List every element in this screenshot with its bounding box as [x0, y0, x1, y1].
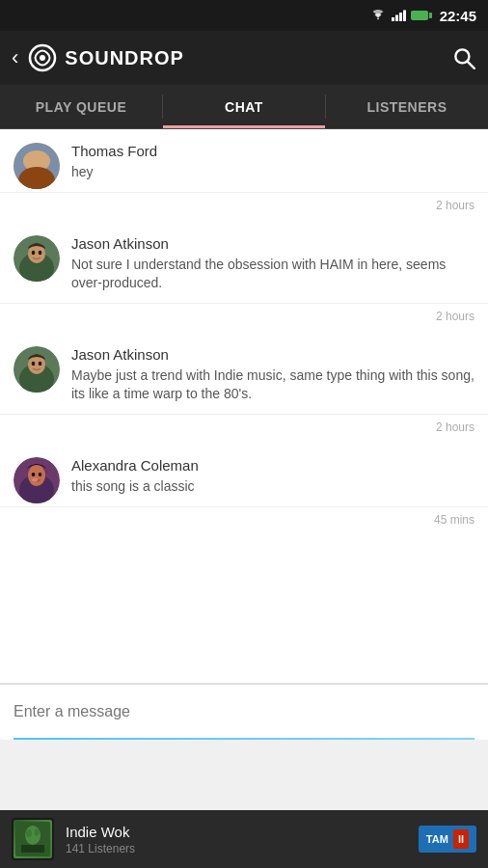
message-sender: Thomas Ford	[71, 143, 474, 159]
svg-rect-33	[21, 845, 44, 853]
tam-badge-container: TAM II	[419, 826, 476, 853]
message-text: Not sure I understand the obsession with…	[71, 256, 474, 293]
tabs-bar: PLAY QUEUE CHAT LISTENERS	[0, 85, 488, 129]
svg-point-28	[32, 477, 38, 481]
svg-point-21	[32, 362, 36, 366]
message-content: Alexandra Coleman this song is a classic	[71, 457, 474, 506]
svg-line-7	[468, 62, 474, 68]
signal-icon	[391, 10, 406, 21]
thumb-art	[14, 820, 52, 858]
message-content: Thomas Ford hey	[71, 143, 474, 192]
list-item: Jason Atkinson Maybe just a trend with I…	[0, 333, 488, 415]
status-bar: 22:45	[0, 0, 488, 31]
svg-rect-1	[395, 15, 398, 22]
status-icons	[370, 10, 428, 21]
tab-play-queue[interactable]: PLAY QUEUE	[0, 85, 162, 128]
svg-point-16	[32, 250, 36, 254]
svg-point-8	[14, 143, 60, 189]
svg-point-26	[32, 473, 36, 476]
svg-rect-0	[392, 17, 394, 21]
message-sender: Jason Atkinson	[71, 346, 474, 363]
wifi-icon	[370, 10, 386, 21]
message-time: 2 hours	[0, 304, 488, 333]
app-header: ‹ SOUNDROP	[0, 31, 488, 85]
svg-rect-3	[403, 11, 406, 22]
message-text: this song is a classic	[71, 477, 474, 497]
message-content: Jason Atkinson Maybe just a trend with I…	[71, 346, 474, 414]
input-container	[0, 683, 488, 740]
avatar	[14, 346, 60, 393]
message-content: Jason Atkinson Not sure I understand the…	[71, 235, 474, 303]
svg-point-10	[21, 168, 52, 189]
soundrop-logo	[28, 43, 57, 72]
tab-chat[interactable]: CHAT	[163, 85, 325, 128]
svg-point-17	[39, 250, 42, 254]
message-sender: Jason Atkinson	[71, 235, 474, 252]
message-time: 2 hours	[0, 415, 488, 444]
message-text: hey	[71, 163, 474, 182]
avatar	[14, 457, 60, 503]
message-time: 45 mins	[0, 507, 488, 536]
svg-point-22	[39, 362, 42, 366]
app-title: SOUNDROP	[65, 47, 451, 69]
input-underline	[14, 738, 474, 740]
chat-container: Thomas Ford hey 2 hours Jason Atkinson N…	[0, 129, 488, 683]
list-item: Jason Atkinson Not sure I understand the…	[0, 222, 488, 304]
tab-listeners[interactable]: LISTENERS	[326, 85, 488, 128]
back-button[interactable]: ‹	[12, 45, 18, 70]
svg-point-27	[39, 473, 42, 476]
svg-point-5	[40, 55, 45, 61]
svg-rect-2	[399, 13, 402, 21]
tam-badge-red: II	[453, 829, 469, 849]
svg-point-32	[35, 829, 40, 836]
message-sender: Alexandra Coleman	[71, 457, 474, 474]
now-playing-title: Indie Wok	[66, 824, 419, 840]
list-item: Alexandra Coleman this song is a classic	[0, 444, 488, 507]
battery-icon	[411, 11, 428, 20]
now-playing-thumbnail	[12, 818, 54, 860]
tam-badge: TAM II	[419, 826, 476, 853]
svg-point-31	[26, 829, 32, 837]
avatar	[14, 143, 60, 189]
avatar	[14, 235, 60, 282]
svg-point-12	[39, 158, 42, 163]
now-playing-bar: Indie Wok 141 Listeners TAM II	[0, 810, 488, 868]
status-time: 22:45	[440, 8, 476, 24]
message-time: 2 hours	[0, 193, 488, 222]
now-playing-subtitle: 141 Listeners	[66, 842, 419, 855]
search-icon[interactable]	[451, 45, 476, 70]
svg-point-25	[28, 465, 45, 486]
input-area	[0, 684, 488, 738]
list-item: Thomas Ford hey	[0, 129, 488, 193]
message-text: Maybe just a trend with Indie music, sam…	[71, 366, 474, 404]
message-input[interactable]	[14, 703, 474, 720]
svg-point-11	[31, 158, 35, 163]
svg-point-9	[27, 151, 46, 173]
now-playing-info: Indie Wok 141 Listeners	[66, 824, 419, 855]
